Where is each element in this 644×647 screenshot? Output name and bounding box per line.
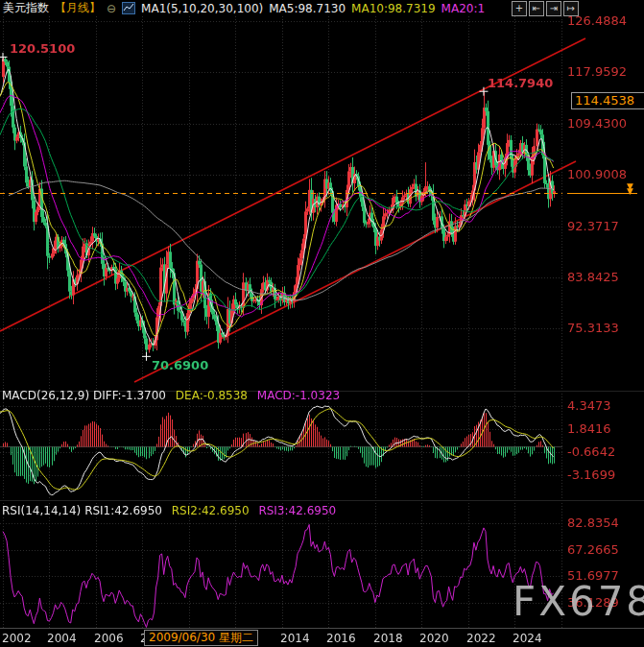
price-axis-tick: 126.4884: [567, 14, 627, 28]
price-axis-tick: 117.9592: [567, 65, 627, 79]
time-axis-year: 2022: [466, 632, 496, 645]
chart-app: 美元指数 【月线】 ⊖ MA1(5,10,20,30,100) MA5:98.7…: [0, 0, 644, 647]
macd-panel-header: MACD(26,12,9) DIFF:-1.3700 DEA:-0.8538 M…: [2, 389, 340, 402]
rsi3-value: RSI3:42.6950: [258, 504, 336, 517]
ma20-value: MA20:1: [441, 2, 486, 15]
macd-axis-tick: -3.1699: [567, 468, 615, 482]
highest-high-annotation: 114.7940: [488, 77, 553, 90]
time-axis-year: 2002: [2, 632, 32, 645]
rsi-panel-header: RSI(14,14,14) RSI1:42.6950 RSI2:42.6950 …: [2, 504, 336, 517]
lowest-low-annotation: 70.6900: [152, 359, 208, 372]
time-axis-year: 2014: [280, 632, 310, 645]
macd-value: MACD:-1.0323: [257, 389, 340, 402]
rsi1-value: RSI1:42.6950: [84, 504, 162, 517]
ma10-value: MA10:98.7319: [351, 2, 436, 15]
chart-toolbar: +⇤⇥↦: [512, 1, 579, 16]
crosshair-date-label: 2009/06/30 星期二: [144, 630, 258, 646]
expand-right-icon[interactable]: ⇥: [546, 1, 561, 16]
ma-settings-label: MA1(5,10,20,30,100): [141, 2, 263, 15]
time-axis-year: 2018: [373, 632, 403, 645]
time-axis-year: 2006: [94, 632, 124, 645]
axis-divider: [0, 628, 644, 629]
price-axis-tick: 100.9008: [567, 168, 627, 181]
rsi-axis-tick: 67.2665: [567, 543, 619, 557]
macd-dea-value: DEA:-0.8538: [176, 389, 248, 402]
price-axis-tick: 83.8425: [567, 271, 619, 284]
period-label[interactable]: 【月线】: [55, 0, 101, 16]
macd-diff-value: DIFF:-1.3700: [93, 389, 166, 402]
crosshair-tool-icon[interactable]: +: [512, 1, 527, 16]
rsi-axis-tick: 82.8354: [567, 516, 619, 530]
rsi2-value: RSI2:42.6950: [172, 504, 250, 517]
chart-canvas[interactable]: [0, 0, 644, 647]
price-axis-tick: 92.3717: [567, 220, 619, 233]
indicator-style-icon[interactable]: [122, 2, 135, 14]
shift-right-icon[interactable]: ↦: [563, 1, 579, 16]
symbol-name: 美元指数: [3, 0, 49, 16]
macd-axis-tick: 4.3473: [567, 399, 611, 413]
time-axis-year: 2024: [513, 632, 542, 645]
compress-left-icon[interactable]: ⇤: [529, 1, 544, 16]
crosshair-price-label: 114.4538: [571, 92, 644, 109]
time-axis-year: 2004: [47, 632, 77, 645]
rsi-title[interactable]: RSI(14,14,14): [2, 504, 81, 517]
price-axis-tick: 75.3133: [567, 322, 619, 335]
macd-axis-tick: -0.6642: [567, 445, 615, 459]
first-high-annotation: 120.5100: [10, 42, 75, 56]
macd-axis-tick: 1.8416: [567, 422, 611, 436]
ma5-value: MA5:98.7130: [269, 2, 346, 15]
price-axis-tick: 109.4300: [567, 117, 627, 131]
collapse-icon[interactable]: ⊖: [107, 2, 116, 15]
price-marker-icon[interactable]: ▼▼: [627, 184, 633, 194]
time-axis-year: 2020: [419, 632, 449, 645]
watermark: FX678: [513, 578, 644, 625]
time-axis-year: 2016: [326, 632, 356, 645]
macd-title[interactable]: MACD(26,12,9): [2, 389, 89, 402]
